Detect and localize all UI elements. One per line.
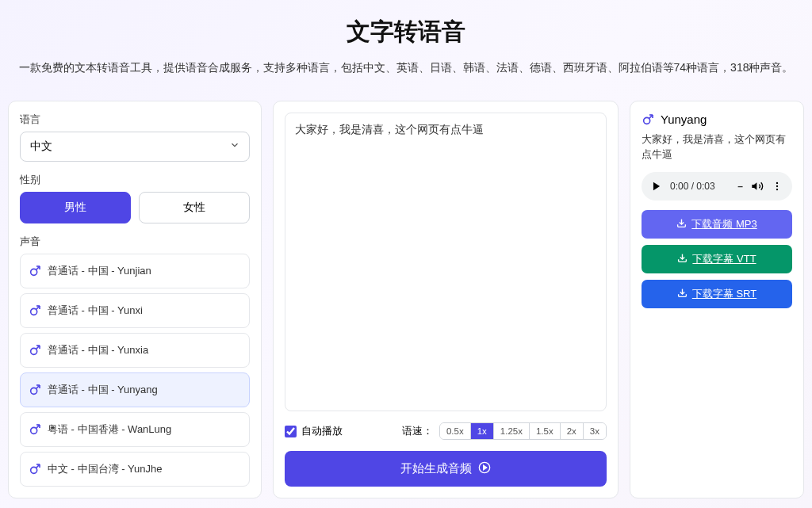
- download-icon: [677, 253, 688, 265]
- gender-female-button[interactable]: 女性: [139, 192, 250, 223]
- svg-point-20: [31, 467, 37, 473]
- voice-item[interactable]: 中文 - 中国台湾 - YunJhe: [20, 452, 250, 487]
- download-icon: [677, 288, 688, 300]
- audio-player[interactable]: 0:00 / 0:03 –: [642, 172, 792, 201]
- download-vtt-label: 下载字幕 VTT: [692, 252, 756, 266]
- settings-panel: 语言 中文 性别 男性 女性 声音 普通话 - 中国 - Yunjian普通话 …: [8, 101, 262, 498]
- download-mp3-label: 下载音频 MP3: [691, 217, 756, 231]
- generate-button[interactable]: 开始生成音频: [285, 451, 607, 487]
- svg-point-16: [31, 427, 37, 434]
- male-icon: [29, 384, 41, 396]
- male-icon: [29, 304, 41, 317]
- voice-item-label: 普通话 - 中国 - Yunyang: [48, 383, 158, 397]
- speed-buttons: 0.5x1x1.25x1.5x2x3x: [439, 422, 607, 440]
- male-icon: [29, 423, 41, 436]
- audio-time: 0:00 / 0:03: [670, 181, 730, 192]
- gender-male-button[interactable]: 男性: [20, 192, 131, 223]
- download-srt-label: 下载字幕 SRT: [692, 287, 756, 301]
- voice-item-label: 普通话 - 中国 - Yunxi: [48, 304, 143, 318]
- volume-slider-icon[interactable]: –: [737, 181, 743, 192]
- voice-item-label: 粤语 - 中国香港 - WanLung: [48, 422, 171, 437]
- svg-marker-31: [752, 182, 756, 189]
- more-icon[interactable]: [772, 181, 783, 192]
- autoplay-label: 自动播放: [301, 424, 343, 438]
- language-label: 语言: [20, 113, 250, 127]
- volume-icon[interactable]: [751, 180, 764, 193]
- svg-point-33: [776, 185, 778, 186]
- editor-panel: 自动播放 语速： 0.5x1x1.25x1.5x2x3x 开始生成音频: [273, 101, 619, 498]
- voice-item-label: 普通话 - 中国 - Yunxia: [48, 343, 148, 357]
- download-mp3-button[interactable]: 下载音频 MP3: [642, 210, 792, 239]
- svg-point-12: [31, 388, 37, 394]
- speed-button[interactable]: 2x: [561, 423, 584, 439]
- speed-button[interactable]: 1.5x: [530, 423, 561, 439]
- voice-label: 声音: [20, 235, 250, 249]
- svg-point-34: [776, 188, 778, 189]
- generate-button-label: 开始生成音频: [400, 461, 472, 476]
- svg-marker-25: [484, 465, 487, 469]
- svg-point-32: [776, 181, 778, 183]
- svg-point-4: [31, 308, 37, 315]
- svg-marker-30: [653, 181, 660, 190]
- speed-button[interactable]: 1x: [471, 423, 494, 439]
- result-preview-text: 大家好，我是清喜，这个网页有点牛逼: [642, 132, 792, 162]
- male-icon: [29, 463, 41, 476]
- voice-list: 普通话 - 中国 - Yunjian普通话 - 中国 - Yunxi普通话 - …: [20, 254, 250, 487]
- male-icon: [642, 113, 654, 126]
- speed-label: 语速：: [402, 424, 433, 438]
- voice-item[interactable]: 粤语 - 中国香港 - WanLung: [20, 412, 250, 447]
- gender-label: 性别: [20, 173, 250, 187]
- male-icon: [29, 265, 41, 277]
- voice-item-label: 中文 - 中国台湾 - YunJhe: [48, 462, 162, 476]
- male-icon: [29, 344, 41, 357]
- page-subtitle: 一款免费的文本转语音工具，提供语音合成服务，支持多种语言，包括中文、英语、日语、…: [0, 61, 812, 75]
- autoplay-checkbox[interactable]: [285, 426, 297, 437]
- voice-item[interactable]: 普通话 - 中国 - Yunxia: [20, 333, 250, 368]
- svg-point-8: [31, 348, 37, 354]
- play-icon[interactable]: [651, 181, 662, 192]
- svg-point-0: [31, 269, 37, 275]
- svg-point-26: [644, 117, 650, 124]
- download-vtt-button[interactable]: 下载字幕 VTT: [642, 245, 792, 273]
- voice-item[interactable]: 普通话 - 中国 - Yunxi: [20, 293, 250, 328]
- result-voice-name: Yunyang: [661, 113, 707, 126]
- page-title: 文字转语音: [0, 16, 812, 48]
- text-input[interactable]: [285, 113, 607, 411]
- download-srt-button[interactable]: 下载字幕 SRT: [642, 280, 792, 308]
- speed-button[interactable]: 1.25x: [494, 423, 530, 439]
- autoplay-control[interactable]: 自动播放: [285, 424, 343, 438]
- language-select[interactable]: 中文: [20, 132, 250, 162]
- download-icon: [676, 218, 687, 231]
- speed-button[interactable]: 0.5x: [440, 423, 471, 439]
- voice-item-label: 普通话 - 中国 - Yunjian: [48, 264, 151, 278]
- result-panel: Yunyang 大家好，我是清喜，这个网页有点牛逼 0:00 / 0:03 –: [630, 101, 804, 498]
- voice-item[interactable]: 普通话 - 中国 - Yunyang: [20, 372, 250, 407]
- voice-item[interactable]: 普通话 - 中国 - Yunjian: [20, 254, 250, 288]
- play-circle-icon: [478, 461, 491, 476]
- speed-button[interactable]: 3x: [584, 423, 606, 439]
